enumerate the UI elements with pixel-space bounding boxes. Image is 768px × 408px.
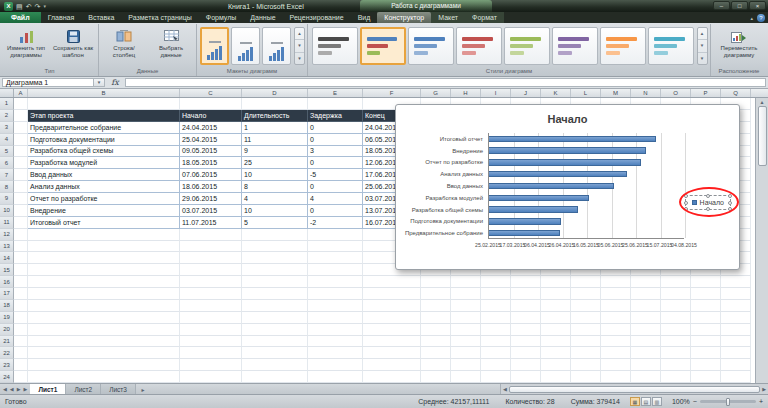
sheet-grid[interactable]: 12Этап проектаНачалоДлительностьЗадержка…	[0, 98, 755, 383]
cell[interactable]	[28, 336, 180, 348]
cell[interactable]	[363, 347, 421, 359]
cell[interactable]	[308, 276, 363, 288]
row-header[interactable]: 4	[0, 134, 14, 146]
cell[interactable]: Внедрение	[28, 205, 180, 217]
row-header[interactable]: 1	[0, 98, 14, 110]
row-header[interactable]: 16	[0, 276, 14, 288]
gallery-more-icon[interactable]: ▼	[295, 53, 304, 64]
cell[interactable]	[511, 300, 541, 312]
minimize-ribbon-icon[interactable]: ▴	[750, 15, 753, 21]
cell[interactable]	[571, 276, 601, 288]
chart-style-thumb[interactable]	[648, 27, 694, 65]
qat-dropdown-icon[interactable]: ▾	[43, 3, 46, 9]
cell[interactable]	[308, 324, 363, 336]
chart-style-thumb[interactable]	[360, 27, 406, 65]
cell[interactable]	[14, 122, 28, 134]
cell[interactable]	[481, 288, 511, 300]
cell[interactable]	[14, 359, 28, 371]
zoom-in-icon[interactable]: +	[759, 398, 763, 405]
tab-file[interactable]: Файл	[0, 12, 41, 23]
cell[interactable]	[421, 300, 451, 312]
cell[interactable]: 07.06.2015	[180, 169, 242, 181]
ribbon-contextual-tab[interactable]: Формат	[465, 12, 504, 23]
cell[interactable]	[601, 312, 631, 324]
cell[interactable]	[541, 371, 571, 383]
help-icon[interactable]: ?	[757, 14, 765, 22]
gallery-more-icon[interactable]: ▼	[698, 53, 707, 64]
cell[interactable]	[541, 312, 571, 324]
cell[interactable]: 4	[308, 193, 363, 205]
cell[interactable]	[421, 288, 451, 300]
cell[interactable]	[308, 359, 363, 371]
cell[interactable]	[180, 264, 242, 276]
chart-layout-thumb[interactable]	[262, 27, 291, 65]
layouts-gallery-scrollbar[interactable]: ▲ ▼ ▼	[294, 27, 305, 65]
sheet-nav-icon[interactable]: ◀	[3, 386, 7, 392]
column-header[interactable]: Q	[721, 89, 751, 97]
cell[interactable]	[28, 252, 180, 264]
chart-legend[interactable]: Начало	[685, 195, 731, 210]
cell[interactable]	[28, 371, 180, 383]
zoom-slider-thumb[interactable]	[726, 398, 730, 406]
cell[interactable]	[451, 324, 481, 336]
cell[interactable]	[180, 300, 242, 312]
chart-style-thumb[interactable]	[456, 27, 502, 65]
cell[interactable]	[451, 312, 481, 324]
normal-view-icon[interactable]: ▦	[630, 397, 640, 406]
cell[interactable]: Разработка модулей	[28, 157, 180, 169]
cell[interactable]	[601, 300, 631, 312]
ribbon-contextual-tab[interactable]: Конструктор	[377, 12, 431, 23]
selection-handle-icon[interactable]	[684, 201, 688, 205]
cell[interactable]	[242, 264, 308, 276]
name-box[interactable]: Диаграмма 1	[2, 78, 94, 87]
cell[interactable]	[242, 241, 308, 253]
cell[interactable]	[571, 288, 601, 300]
cell[interactable]	[481, 276, 511, 288]
cell[interactable]	[691, 288, 721, 300]
cell[interactable]	[14, 371, 28, 383]
cell[interactable]	[511, 312, 541, 324]
chart-bar[interactable]	[489, 218, 561, 225]
cell[interactable]: -5	[308, 169, 363, 181]
cell[interactable]	[631, 336, 661, 348]
cell[interactable]	[308, 347, 363, 359]
cell[interactable]	[363, 312, 421, 324]
cell[interactable]: Подготовка документации	[28, 134, 180, 146]
horizontal-scrollbar[interactable]: ◀ ▶	[500, 384, 768, 394]
cell[interactable]	[571, 371, 601, 383]
cell[interactable]	[691, 324, 721, 336]
cell[interactable]	[14, 252, 28, 264]
cell[interactable]	[691, 371, 721, 383]
cell[interactable]	[601, 371, 631, 383]
cell[interactable]	[721, 288, 751, 300]
cell[interactable]	[28, 98, 180, 110]
row-header[interactable]: 24	[0, 371, 14, 383]
cell[interactable]	[363, 324, 421, 336]
cell[interactable]: 25	[242, 157, 308, 169]
chart-layout-thumb[interactable]	[231, 27, 260, 65]
cell[interactable]	[631, 300, 661, 312]
cell[interactable]	[631, 371, 661, 383]
ribbon-tab[interactable]: Разметка страницы	[121, 12, 199, 23]
cell[interactable]	[180, 241, 242, 253]
scroll-left-icon[interactable]: ◀	[503, 386, 507, 392]
cell[interactable]: 0	[308, 134, 363, 146]
cell[interactable]	[14, 264, 28, 276]
cell[interactable]	[421, 359, 451, 371]
row-header[interactable]: 5	[0, 146, 14, 158]
cell[interactable]	[571, 312, 601, 324]
cell[interactable]: 0	[308, 205, 363, 217]
cell[interactable]	[541, 276, 571, 288]
cell[interactable]	[661, 371, 691, 383]
cell[interactable]: 10	[242, 169, 308, 181]
cell[interactable]	[481, 359, 511, 371]
cell[interactable]	[28, 241, 180, 253]
cell[interactable]: 10	[242, 205, 308, 217]
page-layout-view-icon[interactable]: ▤	[641, 397, 651, 406]
cell[interactable]: 5	[242, 217, 308, 229]
cell[interactable]	[14, 181, 28, 193]
cell[interactable]	[481, 336, 511, 348]
row-header[interactable]: 13	[0, 241, 14, 253]
cell[interactable]: 0	[308, 157, 363, 169]
cell[interactable]	[601, 324, 631, 336]
